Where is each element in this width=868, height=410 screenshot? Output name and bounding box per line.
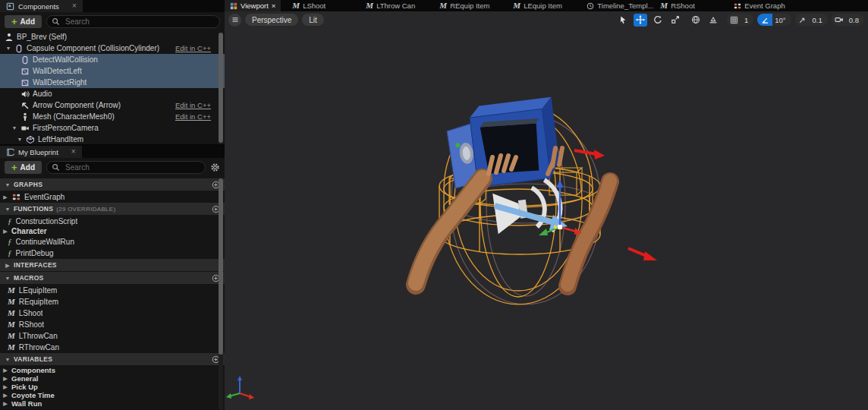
section-macros[interactable]: ▼ MACROS [0, 272, 225, 284]
camera-icon [832, 14, 847, 26]
chevron-right-icon[interactable]: ▶ [2, 401, 8, 406]
section-graphs[interactable]: ▼ GRAPHS [0, 178, 225, 191]
rotation-snap-control[interactable]: 10° [757, 14, 791, 26]
chevron-right-icon[interactable]: ▶ [2, 384, 8, 390]
scale-snap-value: 0.1 [810, 16, 828, 24]
category-label: Pick Up [11, 383, 38, 391]
components-search-input[interactable] [64, 17, 215, 27]
macro-item-rthrowcan[interactable]: MRThrowCan [0, 342, 225, 353]
tab-event-graph[interactable]: Event Graph [728, 0, 802, 11]
chevron-down-icon[interactable]: ▼ [5, 46, 11, 51]
chevron-right-icon[interactable]: ▶ [2, 194, 8, 200]
component-label: Arrow Component (Arrow) [33, 101, 121, 109]
macro-icon: M [513, 2, 520, 10]
component-row-audio[interactable]: ▼ Audio [0, 88, 225, 99]
section-interfaces[interactable]: ▶ INTERFACES [0, 259, 225, 271]
function-category-character[interactable]: ▶ Character [0, 226, 225, 236]
tab-viewport[interactable]: Viewport × [225, 0, 281, 11]
component-row-firstpersoncamera[interactable]: ▼ FirstPersonCamera [0, 122, 225, 134]
component-row-walldetectleft[interactable]: ▼ WallDetectLeft [0, 65, 225, 77]
variable-category-wallrun[interactable]: ▶Wall Run [0, 399, 225, 408]
macro-item-requipitem[interactable]: MREquipItem [0, 296, 225, 308]
component-row-mesh[interactable]: ▼ Mesh (CharacterMesh0) Edit in C++ [0, 111, 225, 122]
rotate-tool-button[interactable] [651, 14, 665, 27]
tab-lequipitem[interactable]: M LEquip Item [508, 0, 581, 11]
add-blueprint-item-button[interactable]: + Add [5, 161, 42, 174]
function-item-printdebug[interactable]: ƒ PrintDebug [0, 248, 225, 259]
chevron-right-icon[interactable]: ▶ [2, 393, 8, 398]
variable-category-coyotetime[interactable]: ▶Coyote Time [0, 391, 225, 399]
section-variables[interactable]: ▼ VARIABLES [0, 353, 225, 365]
add-component-button[interactable]: + Add [5, 15, 42, 28]
tab-requipitem[interactable]: M REquip Item [434, 0, 508, 11]
lit-mode-button[interactable]: Lit [302, 14, 324, 26]
function-item-constructionscript[interactable]: ƒ ConstructionScript [0, 216, 225, 226]
world-local-coordinate-button[interactable] [689, 14, 703, 27]
chevron-right-icon[interactable]: ▶ [2, 367, 8, 373]
move-tool-button[interactable] [634, 14, 647, 27]
section-label: MACROS [14, 274, 44, 282]
perspective-button[interactable]: Perspective [245, 14, 298, 26]
tab-label: RShoot [671, 2, 695, 10]
component-label: LeftHandItem [38, 135, 83, 144]
components-scrollbar[interactable] [219, 33, 223, 144]
variable-category-components[interactable]: ▶Components [0, 366, 225, 374]
clock-icon [587, 2, 594, 10]
surface-snap-icon [709, 15, 718, 24]
tab-lshoot[interactable]: M LShoot [287, 0, 360, 11]
chevron-right-icon[interactable]: ▶ [2, 376, 8, 381]
component-row-capsule[interactable]: ▼ Capsule Component (CollisionCylinder) … [0, 43, 225, 54]
edit-in-cpp-link[interactable]: Edit in C++ [175, 112, 211, 121]
chevron-right-icon[interactable]: ▶ [2, 229, 8, 234]
actor-icon [5, 33, 14, 42]
grid-snap-control[interactable]: 1 [727, 14, 753, 26]
component-row-self[interactable]: BP_Brev (Self) [0, 31, 225, 43]
component-label: Capsule Component (CollisionCylinder) [27, 44, 159, 52]
component-row-arrow[interactable]: ▼ Arrow Component (Arrow) Edit in C++ [0, 99, 225, 111]
my-blueprint-scrollbar[interactable] [219, 177, 223, 410]
camera-speed-control[interactable]: 0.8 [832, 14, 864, 26]
viewport-3d-scene[interactable] [225, 28, 868, 410]
edit-in-cpp-link[interactable]: Edit in C++ [175, 44, 211, 52]
scale-tool-button[interactable] [668, 14, 682, 27]
tab-rshoot[interactable]: M RShoot [655, 0, 728, 11]
rotate-icon [653, 15, 662, 24]
variable-category-pickup[interactable]: ▶Pick Up [0, 383, 225, 391]
chevron-down-icon[interactable]: ▼ [17, 137, 23, 142]
tab-lthrowcan[interactable]: M LThrow Can [360, 0, 434, 11]
edit-in-cpp-link[interactable]: Edit in C++ [175, 101, 211, 109]
select-tool-button[interactable] [616, 14, 630, 27]
section-functions[interactable]: ▼ FUNCTIONS (29 OVERRIDABLE) [0, 203, 225, 215]
tab-timeline-template[interactable]: Timeline_Templ... [581, 0, 655, 11]
component-row-detectwallcollision[interactable]: ▼ DetectWallCollision [0, 54, 225, 65]
viewport-options-button[interactable] [228, 14, 241, 27]
gear-icon[interactable] [210, 162, 220, 172]
scale-snap-icon [795, 14, 810, 26]
component-row-lefthanditem[interactable]: ▼ LeftHandItem [0, 134, 225, 145]
rotation-snap-value: 10° [772, 16, 791, 24]
surface-snapping-button[interactable] [706, 14, 720, 27]
macro-item-lshoot[interactable]: MLShoot [0, 308, 225, 319]
graph-item-eventgraph[interactable]: ▶ EventGraph [0, 191, 225, 203]
tab-my-blueprint[interactable]: My Blueprint × [0, 146, 82, 158]
close-icon[interactable]: × [72, 2, 77, 10]
function-icon: ƒ [8, 238, 12, 246]
macro-item-lequipitem[interactable]: MLEquipItem [0, 285, 225, 296]
function-item-continuewallrun[interactable]: ƒ ContinueWallRun [0, 236, 225, 248]
audio-icon [20, 90, 30, 99]
close-icon[interactable]: × [272, 2, 276, 10]
close-icon[interactable]: × [71, 148, 76, 156]
tab-label: REquip Item [450, 2, 489, 10]
my-blueprint-search-input[interactable] [64, 162, 200, 172]
variable-category-general[interactable]: ▶General [0, 374, 225, 383]
component-row-walldetectright[interactable]: ▼ WallDetectRight [0, 77, 225, 88]
category-label: Coyote Time [11, 391, 55, 399]
scale-snap-control[interactable]: 0.1 [795, 14, 828, 26]
category-label: Character [11, 227, 47, 235]
component-label: FirstPersonCamera [33, 124, 99, 132]
macro-item-lthrowcan[interactable]: MLThrowCan [0, 330, 225, 342]
chevron-down-icon[interactable]: ▼ [11, 125, 17, 131]
macro-item-rshoot[interactable]: MRShoot [0, 319, 225, 330]
tab-components[interactable]: Components × [0, 0, 83, 12]
viewport-toolbar: Perspective Lit [225, 11, 868, 28]
